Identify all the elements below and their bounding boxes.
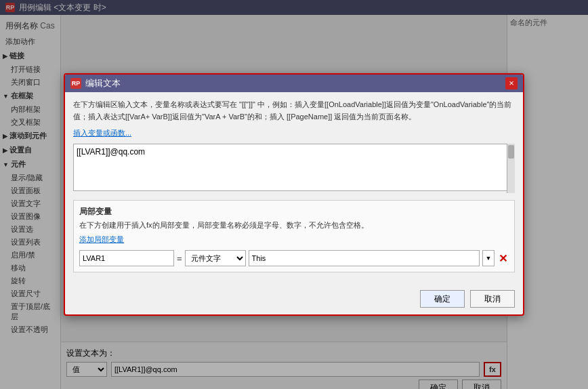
textarea-container: [[LVAR1]]@qq.com bbox=[73, 144, 515, 193]
modal-title: 编辑文本 bbox=[85, 77, 121, 89]
modal-title-bar: RP 编辑文本 × bbox=[65, 75, 523, 92]
text-editor-textarea[interactable]: [[LVAR1]]@qq.com bbox=[73, 144, 515, 191]
modal-description: 在下方编辑区输入文本，变量名称或表达式要写在 "[["]]" 中，例如：插入变量… bbox=[73, 99, 515, 123]
modal-footer: 确定 取消 bbox=[65, 286, 523, 314]
var-equals: = bbox=[177, 253, 182, 264]
modal-close-button[interactable]: × bbox=[505, 77, 518, 89]
scrollbar-thumb bbox=[508, 145, 514, 159]
local-var-desc: 在下方创建用于插入fx的局部变量，局部变量名称必须是字母、数字，不允许包含空格。 bbox=[79, 220, 509, 230]
var-row-0: = 元件文字 ▼ ✕ bbox=[79, 250, 509, 266]
edit-text-modal: RP 编辑文本 × 在下方编辑区输入文本，变量名称或表达式要写在 "[["]]"… bbox=[64, 73, 524, 316]
local-var-section: 局部变量 在下方创建用于插入fx的局部变量，局部变量名称必须是字母、数字，不允许… bbox=[73, 200, 515, 272]
var-value-dropdown-btn[interactable]: ▼ bbox=[482, 250, 495, 266]
modal-overlay: RP 编辑文本 × 在下方编辑区输入文本，变量名称或表达式要写在 "[["]]"… bbox=[0, 0, 588, 389]
add-local-var-link[interactable]: 添加局部变量 bbox=[79, 234, 124, 245]
modal-cancel-button[interactable]: 取消 bbox=[470, 290, 515, 308]
var-value-input[interactable] bbox=[249, 250, 480, 266]
local-var-title: 局部变量 bbox=[79, 206, 509, 218]
main-window: RP 用例编辑 <文本变更 时> 用例名称 Cas 添加动作 ▶ 链接 打开链接… bbox=[0, 0, 588, 389]
var-name-input[interactable] bbox=[79, 250, 174, 266]
modal-confirm-button[interactable]: 确定 bbox=[420, 290, 465, 308]
textarea-scrollbar[interactable] bbox=[507, 144, 515, 193]
modal-body: 在下方编辑区输入文本，变量名称或表达式要写在 "[["]]" 中，例如：插入变量… bbox=[65, 92, 523, 286]
modal-icon: RP bbox=[70, 78, 81, 89]
var-type-select[interactable]: 元件文字 bbox=[185, 250, 246, 266]
insert-var-link[interactable]: 插入变量或函数... bbox=[73, 128, 131, 138]
var-delete-button[interactable]: ✕ bbox=[497, 252, 509, 265]
